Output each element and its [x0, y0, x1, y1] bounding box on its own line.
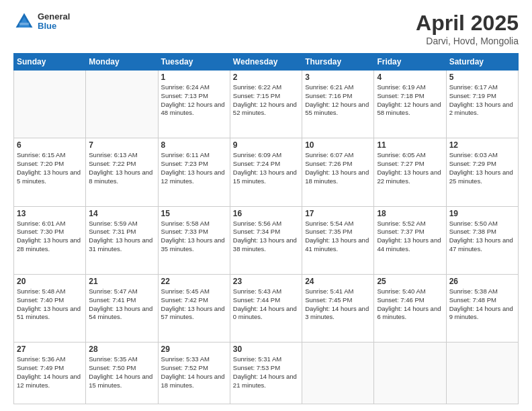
- calendar-cell: 20Sunrise: 5:48 AMSunset: 7:40 PMDayligh…: [14, 274, 86, 342]
- sunrise-text: Sunrise: 5:43 AM: [233, 287, 299, 296]
- cell-content: Sunrise: 5:48 AMSunset: 7:40 PMDaylight:…: [17, 287, 83, 322]
- daylight-text: Daylight: 13 hours and 51 minutes.: [17, 305, 83, 322]
- daylight-text: Daylight: 13 hours and 41 minutes.: [305, 236, 371, 254]
- cell-content: Sunrise: 5:41 AMSunset: 7:45 PMDaylight:…: [305, 287, 371, 322]
- sunrise-text: Sunrise: 5:47 AM: [89, 287, 154, 296]
- sunrise-text: Sunrise: 5:52 AM: [377, 220, 443, 228]
- day-number: 16: [233, 209, 299, 218]
- day-number: 13: [17, 209, 83, 218]
- sunrise-text: Sunrise: 5:48 AM: [17, 287, 83, 296]
- sunrise-text: Sunrise: 5:58 AM: [161, 220, 227, 228]
- daylight-text: Daylight: 13 hours and 18 minutes.: [305, 169, 371, 186]
- sunrise-text: Sunrise: 6:01 AM: [17, 220, 83, 228]
- sunset-text: Sunset: 7:50 PM: [89, 364, 154, 373]
- day-header-friday: Friday: [374, 54, 446, 71]
- cell-content: Sunrise: 6:15 AMSunset: 7:20 PMDaylight:…: [17, 151, 83, 185]
- sunset-text: Sunset: 7:23 PM: [161, 160, 227, 169]
- sunset-text: Sunset: 7:42 PM: [161, 296, 227, 305]
- calendar-cell: [14, 71, 86, 138]
- calendar-cell: 15Sunrise: 5:58 AMSunset: 7:33 PMDayligh…: [158, 206, 230, 274]
- sunset-text: Sunset: 7:33 PM: [161, 228, 227, 236]
- calendar-cell: 3Sunrise: 6:21 AMSunset: 7:16 PMDaylight…: [302, 71, 374, 138]
- header: General Blue April 2025 Darvi, Hovd, Mon…: [13, 11, 519, 46]
- calendar-cell: 7Sunrise: 6:13 AMSunset: 7:22 PMDaylight…: [86, 138, 158, 206]
- logo-blue-text: Blue: [38, 21, 70, 31]
- calendar-cell: 30Sunrise: 5:31 AMSunset: 7:53 PMDayligh…: [230, 342, 302, 404]
- cell-content: Sunrise: 6:03 AMSunset: 7:29 PMDaylight:…: [449, 151, 515, 185]
- day-number: 24: [305, 277, 371, 286]
- daylight-text: Daylight: 13 hours and 54 minutes.: [89, 305, 154, 322]
- cell-content: Sunrise: 6:09 AMSunset: 7:24 PMDaylight:…: [233, 151, 299, 185]
- cell-content: Sunrise: 5:33 AMSunset: 7:52 PMDaylight:…: [161, 355, 227, 390]
- sunset-text: Sunset: 7:19 PM: [449, 92, 515, 101]
- daylight-text: Daylight: 14 hours and 3 minutes.: [305, 305, 371, 322]
- page: General Blue April 2025 Darvi, Hovd, Mon…: [0, 0, 532, 411]
- day-number: 1: [161, 73, 227, 82]
- calendar-cell: 13Sunrise: 6:01 AMSunset: 7:30 PMDayligh…: [14, 206, 86, 274]
- calendar-cell: 12Sunrise: 6:03 AMSunset: 7:29 PMDayligh…: [446, 138, 518, 206]
- sunrise-text: Sunrise: 6:07 AM: [305, 151, 371, 160]
- sunset-text: Sunset: 7:44 PM: [233, 296, 299, 305]
- calendar-cell: 28Sunrise: 5:35 AMSunset: 7:50 PMDayligh…: [86, 342, 158, 404]
- day-number: 2: [233, 73, 299, 82]
- week-row-2: 6Sunrise: 6:15 AMSunset: 7:20 PMDaylight…: [14, 138, 519, 206]
- day-number: 23: [233, 277, 299, 286]
- day-number: 30: [233, 345, 299, 354]
- cell-content: Sunrise: 6:22 AMSunset: 7:15 PMDaylight:…: [233, 83, 299, 118]
- sunrise-text: Sunrise: 6:17 AM: [449, 83, 515, 92]
- cell-content: Sunrise: 6:11 AMSunset: 7:23 PMDaylight:…: [161, 151, 227, 185]
- day-number: 12: [449, 140, 515, 150]
- day-number: 8: [161, 140, 227, 150]
- daylight-text: Daylight: 13 hours and 22 minutes.: [377, 169, 443, 186]
- calendar-cell: 4Sunrise: 6:19 AMSunset: 7:18 PMDaylight…: [374, 71, 446, 138]
- cell-content: Sunrise: 5:31 AMSunset: 7:53 PMDaylight:…: [233, 355, 299, 390]
- cell-content: Sunrise: 5:36 AMSunset: 7:49 PMDaylight:…: [17, 355, 83, 390]
- daylight-text: Daylight: 14 hours and 6 minutes.: [377, 305, 443, 322]
- sunset-text: Sunset: 7:45 PM: [305, 296, 371, 305]
- day-number: 15: [161, 209, 227, 218]
- day-header-wednesday: Wednesday: [230, 54, 302, 71]
- cell-content: Sunrise: 5:58 AMSunset: 7:33 PMDaylight:…: [161, 220, 227, 254]
- cell-content: Sunrise: 5:52 AMSunset: 7:37 PMDaylight:…: [377, 220, 443, 254]
- cell-content: Sunrise: 6:13 AMSunset: 7:22 PMDaylight:…: [89, 151, 154, 185]
- day-header-sunday: Sunday: [14, 54, 86, 71]
- sunset-text: Sunset: 7:53 PM: [233, 364, 299, 373]
- logo: General Blue: [13, 11, 70, 32]
- sunset-text: Sunset: 7:22 PM: [89, 160, 154, 169]
- sunrise-text: Sunrise: 6:24 AM: [161, 83, 227, 92]
- logo-general-text: General: [38, 12, 70, 21]
- day-number: 5: [449, 73, 515, 82]
- day-number: 27: [17, 345, 83, 354]
- cell-content: Sunrise: 6:05 AMSunset: 7:27 PMDaylight:…: [377, 151, 443, 185]
- calendar-table: SundayMondayTuesdayWednesdayThursdayFrid…: [13, 53, 519, 404]
- day-number: 10: [305, 140, 371, 150]
- sunrise-text: Sunrise: 5:41 AM: [305, 287, 371, 296]
- day-number: 29: [161, 345, 227, 354]
- sunset-text: Sunset: 7:29 PM: [449, 160, 515, 169]
- cell-content: Sunrise: 5:40 AMSunset: 7:46 PMDaylight:…: [377, 287, 443, 322]
- cell-content: Sunrise: 5:45 AMSunset: 7:42 PMDaylight:…: [161, 287, 227, 322]
- daylight-text: Daylight: 13 hours and 25 minutes.: [449, 169, 515, 186]
- calendar-subtitle: Darvi, Hovd, Mongolia: [416, 36, 519, 46]
- daylight-text: Daylight: 14 hours and 15 minutes.: [89, 373, 154, 390]
- sunset-text: Sunset: 7:34 PM: [233, 228, 299, 236]
- sunrise-text: Sunrise: 5:45 AM: [161, 287, 227, 296]
- daylight-text: Daylight: 14 hours and 18 minutes.: [161, 373, 227, 390]
- calendar-cell: 6Sunrise: 6:15 AMSunset: 7:20 PMDaylight…: [14, 138, 86, 206]
- daylight-text: Daylight: 13 hours and 57 minutes.: [161, 305, 227, 322]
- cell-content: Sunrise: 6:24 AMSunset: 7:13 PMDaylight:…: [161, 83, 227, 118]
- day-number: 3: [305, 73, 371, 82]
- sunset-text: Sunset: 7:13 PM: [161, 92, 227, 101]
- calendar-cell: 29Sunrise: 5:33 AMSunset: 7:52 PMDayligh…: [158, 342, 230, 404]
- calendar-body: 1Sunrise: 6:24 AMSunset: 7:13 PMDaylight…: [14, 71, 519, 404]
- cell-content: Sunrise: 5:56 AMSunset: 7:34 PMDaylight:…: [233, 220, 299, 254]
- sunrise-text: Sunrise: 5:38 AM: [449, 287, 515, 296]
- cell-content: Sunrise: 6:19 AMSunset: 7:18 PMDaylight:…: [377, 83, 443, 118]
- cell-content: Sunrise: 6:21 AMSunset: 7:16 PMDaylight:…: [305, 83, 371, 118]
- calendar-cell: 9Sunrise: 6:09 AMSunset: 7:24 PMDaylight…: [230, 138, 302, 206]
- title-block: April 2025 Darvi, Hovd, Mongolia: [416, 11, 519, 46]
- daylight-text: Daylight: 13 hours and 8 minutes.: [89, 169, 154, 186]
- daylight-text: Daylight: 13 hours and 15 minutes.: [233, 169, 299, 186]
- cell-content: Sunrise: 5:54 AMSunset: 7:35 PMDaylight:…: [305, 220, 371, 254]
- sunrise-text: Sunrise: 6:03 AM: [449, 151, 515, 160]
